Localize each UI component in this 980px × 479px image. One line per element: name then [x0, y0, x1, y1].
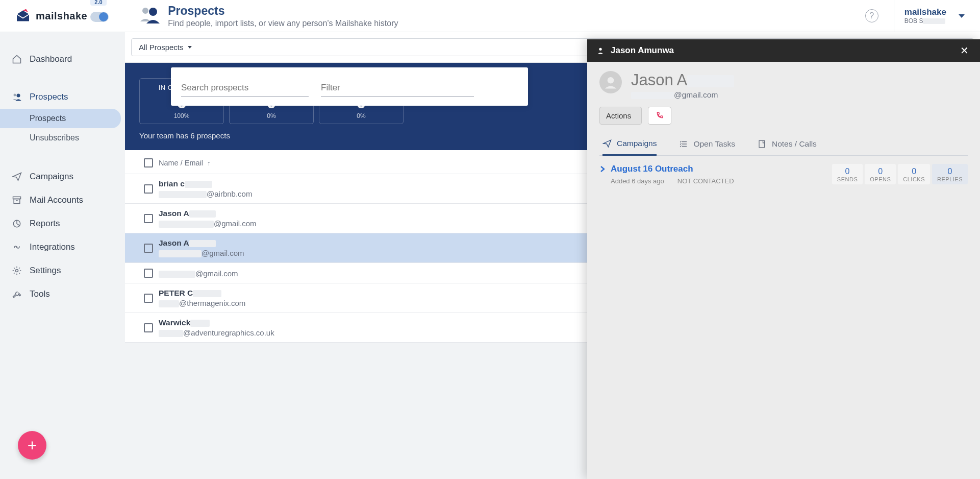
plug-icon: [11, 242, 22, 253]
panel-header: Jason Amunwa ✕: [587, 39, 980, 62]
phone-icon: [656, 111, 664, 119]
logo-text: mailshake: [36, 10, 87, 22]
sidebar-item-label: Reports: [30, 219, 60, 229]
wrench-icon: [11, 289, 22, 300]
sort-asc-icon: ↑: [207, 159, 211, 167]
page-title-block: Prospects Find people, import lists, or …: [137, 4, 398, 28]
row-checkbox[interactable]: [138, 184, 159, 194]
metric-sends[interactable]: 0SENDS: [832, 164, 863, 184]
archive-icon: [11, 195, 22, 206]
svg-point-8: [599, 48, 601, 51]
filter-input[interactable]: [321, 80, 474, 97]
send-icon: [602, 139, 612, 148]
chevron-down-icon: [188, 46, 192, 49]
campaign-meta: Added 6 days ago NOT CONTACTED: [611, 177, 734, 185]
tab-open-tasks[interactable]: Open Tasks: [679, 139, 735, 155]
sidebar-item-reports[interactable]: Reports: [0, 212, 125, 235]
sidebar-item-prospects[interactable]: Prospects: [0, 85, 125, 109]
select-all-checkbox[interactable]: [138, 158, 159, 167]
version-badge: 2.0: [90, 0, 106, 6]
account-brand: mailshake: [904, 7, 946, 17]
metric-opens[interactable]: 0OPENS: [865, 164, 896, 184]
sidebar-item-campaigns[interactable]: Campaigns: [0, 165, 125, 188]
add-button[interactable]: +: [18, 431, 46, 460]
svg-rect-5: [14, 199, 20, 204]
chevron-right-icon: [599, 165, 606, 173]
call-button[interactable]: [648, 107, 671, 125]
sidebar-item-dashboard[interactable]: Dashboard: [0, 47, 125, 71]
row-checkbox[interactable]: [138, 244, 159, 253]
sidebar-item-mail-accounts[interactable]: Mail Accounts: [0, 188, 125, 212]
sidebar-item-label: Integrations: [30, 242, 75, 252]
gear-icon: [11, 265, 22, 276]
svg-point-0: [142, 8, 148, 14]
sidebar-item-tools[interactable]: Tools: [0, 282, 125, 306]
row-checkbox[interactable]: [138, 294, 159, 303]
note-icon: [758, 139, 767, 149]
actions-menu-button[interactable]: Actions: [599, 107, 642, 125]
campaign-list-item[interactable]: August 16 Outreach Added 6 days ago NOT …: [599, 156, 968, 185]
sidebar-item-label: Tools: [30, 289, 50, 299]
avatar: [599, 71, 622, 93]
sidebar-item-integrations[interactable]: Integrations: [0, 235, 125, 259]
prospects-icon: [137, 6, 160, 25]
reports-icon: [11, 218, 22, 229]
page-title: Prospects: [168, 4, 398, 18]
campaign-name: August 16 Outreach: [611, 164, 734, 174]
sidebar-item-label: Mail Accounts: [30, 195, 83, 205]
sidebar-item-label: Campaigns: [30, 172, 73, 182]
sidebar: Dashboard Prospects Prospects Unsubscrib…: [0, 32, 125, 479]
metric-clicks[interactable]: 0CLICKS: [898, 164, 930, 184]
version-toggle[interactable]: [90, 12, 109, 22]
svg-point-3: [17, 94, 20, 98]
sidebar-item-label: Prospects: [30, 92, 68, 102]
plus-icon: +: [28, 436, 37, 455]
chevron-down-icon: [959, 14, 965, 18]
help-icon[interactable]: ?: [865, 9, 878, 22]
app-header: mailshake 2.0 Prospects Find people, imp…: [0, 0, 980, 32]
prospect-detail-panel: Jason Amunwa ✕ Jason A @gmail.com: [587, 39, 980, 479]
metric-replies[interactable]: 0REPLIES: [932, 164, 968, 184]
prospect-email: @gmail.com: [631, 90, 734, 100]
send-icon: [11, 171, 22, 182]
svg-rect-10: [759, 140, 765, 148]
profile-header: Jason A @gmail.com: [599, 71, 968, 100]
sidebar-item-label: Dashboard: [30, 54, 72, 64]
sidebar-sub-prospects[interactable]: Prospects: [0, 109, 121, 128]
row-checkbox[interactable]: [138, 269, 159, 278]
account-menu[interactable]: mailshake BOB S: [894, 0, 980, 32]
home-icon: [11, 54, 22, 65]
panel-tabs: CampaignsOpen TasksNotes / Calls: [599, 139, 968, 156]
sidebar-item-label: Settings: [30, 266, 61, 276]
svg-point-7: [16, 270, 18, 272]
sidebar-sub-unsubscribes[interactable]: Unsubscribes: [0, 128, 125, 148]
user-icon: [596, 46, 605, 55]
logo[interactable]: mailshake 2.0: [15, 9, 109, 22]
search-input[interactable]: [181, 80, 309, 97]
people-icon: [11, 91, 22, 103]
list-icon: [679, 139, 688, 149]
search-filter-card: [171, 67, 528, 106]
account-user: BOB S: [904, 17, 946, 25]
panel-title: Jason Amunwa: [611, 45, 952, 56]
row-checkbox[interactable]: [138, 323, 159, 332]
sidebar-item-settings[interactable]: Settings: [0, 259, 125, 282]
row-checkbox[interactable]: [138, 214, 159, 223]
tab-campaigns[interactable]: Campaigns: [602, 139, 657, 156]
close-icon[interactable]: ✕: [958, 45, 971, 56]
logo-icon: [15, 9, 31, 22]
svg-point-1: [149, 8, 157, 16]
prospect-name: Jason A: [631, 71, 734, 89]
svg-point-9: [608, 77, 614, 84]
tab-notes-calls[interactable]: Notes / Calls: [758, 139, 817, 155]
svg-point-2: [14, 94, 16, 97]
page-subtitle: Find people, import lists, or view any p…: [168, 19, 398, 28]
